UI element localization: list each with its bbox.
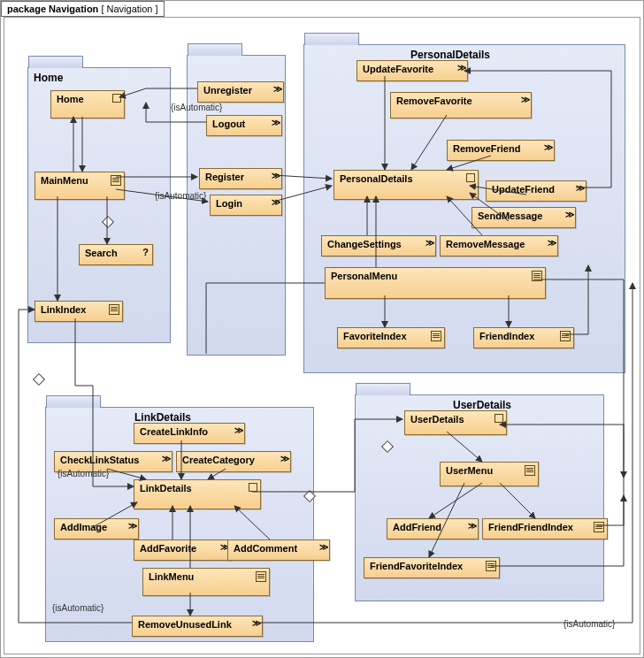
package-keyword: package: [7, 4, 46, 14]
chevron-icon: ≫: [126, 522, 135, 531]
l: CheckLinkStatus: [60, 455, 139, 465]
anno-isautomatic-5: {isAutomatic}: [564, 619, 615, 629]
l: AddComment: [234, 543, 297, 554]
node-changesettings[interactable]: ChangeSettings≫: [321, 235, 436, 256]
chevron-icon: ≫: [574, 184, 583, 193]
l: ChangeSettings: [327, 239, 402, 249]
node-search[interactable]: Search ?: [79, 244, 153, 265]
package-tab: package Navigation [ Navigation ]: [1, 1, 165, 17]
l: PersonalMenu: [331, 271, 397, 281]
l: Unregister: [203, 85, 252, 96]
node-removefavorite[interactable]: RemoveFavorite≫: [390, 92, 532, 119]
anno-isautomatic-2: {isAutomatic}: [155, 191, 206, 201]
question-icon: ?: [142, 247, 149, 257]
chevron-icon: ≫: [233, 426, 242, 435]
node-personaldetails[interactable]: PersonalDetails: [334, 170, 479, 200]
node-logout[interactable]: Logout≫: [206, 115, 282, 136]
square-icon: [466, 173, 475, 182]
l: SendMessage: [478, 210, 542, 221]
l: UpdateFriend: [492, 184, 555, 195]
node-removemessage[interactable]: RemoveMessage≫: [440, 235, 558, 256]
chevron-icon: ≫: [279, 455, 288, 463]
node-home-label: Home: [57, 94, 84, 104]
l: CreateLinkInfo: [140, 426, 208, 437]
package-bracket: [ Navigation ]: [101, 4, 157, 14]
menu-icon: [109, 304, 119, 315]
group-personal-tab: [304, 33, 359, 46]
node-personalmenu[interactable]: PersonalMenu: [325, 267, 546, 299]
node-friendindex[interactable]: FriendIndex: [473, 327, 574, 348]
chevron-icon: ≫: [456, 64, 464, 73]
diagram-canvas: package Navigation [ Navigation ] Home P…: [0, 0, 644, 658]
chevron-icon: ≫: [546, 239, 555, 248]
node-mainmenu-label: MainMenu: [41, 175, 88, 186]
l: AddFriend: [393, 522, 441, 532]
l: RemoveUnusedLink: [138, 619, 232, 630]
square-icon: [494, 414, 503, 423]
anno-isautomatic-1: {isAutomatic}: [171, 103, 222, 112]
menu-icon: [532, 271, 542, 281]
node-createlinkinfo[interactable]: CreateLinkInfo≫: [134, 423, 245, 444]
node-sendmessage[interactable]: SendMessage≫: [472, 207, 576, 228]
node-usermenu[interactable]: UserMenu: [440, 462, 539, 486]
node-addimage[interactable]: AddImage≫: [54, 518, 139, 539]
menu-icon: [560, 331, 571, 341]
chevron-icon: ≫: [160, 455, 169, 463]
menu-icon: [525, 465, 535, 476]
node-linkmenu[interactable]: LinkMenu: [142, 568, 270, 596]
chevron-icon: ≫: [318, 543, 326, 552]
node-home[interactable]: Home: [50, 90, 125, 119]
node-createcategory[interactable]: CreateCategory≫: [176, 451, 291, 472]
l: PersonalDetails: [340, 173, 413, 184]
group-personal-title: PersonalDetails: [410, 49, 490, 61]
node-favoriteindex[interactable]: FavoriteIndex: [337, 327, 445, 348]
chevron-icon: ≫: [424, 239, 433, 248]
node-unregister[interactable]: Unregister≫: [197, 81, 284, 103]
l: LinkDetails: [140, 483, 192, 494]
chevron-icon: ≫: [466, 522, 475, 531]
node-friendfavoriteindex[interactable]: FriendFavoriteIndex: [364, 557, 500, 578]
l: CreateCategory: [182, 455, 255, 465]
anno-isautomatic-3: {isAutomatic}: [58, 469, 109, 478]
chevron-icon: ≫: [218, 543, 227, 552]
node-login[interactable]: Login≫: [210, 195, 282, 216]
l: UserMenu: [446, 465, 493, 476]
node-removefriend[interactable]: RemoveFriend≫: [447, 140, 555, 161]
node-addcomment[interactable]: AddComment≫: [227, 539, 330, 561]
node-updatefavorite[interactable]: UpdateFavorite≫: [356, 60, 468, 81]
chevron-icon: ≫: [250, 619, 259, 628]
l: FriendFavoriteIndex: [370, 561, 463, 571]
node-linkindex[interactable]: LinkIndex: [34, 301, 123, 322]
l: Login: [216, 198, 242, 209]
l: FriendIndex: [479, 331, 534, 341]
chevron-icon: ≫: [270, 172, 279, 180]
menu-icon: [486, 561, 496, 571]
node-addfavorite[interactable]: AddFavorite≫: [134, 539, 231, 561]
group-linkdetails-tab: [46, 395, 101, 409]
menu-icon: [256, 571, 266, 582]
l: RemoveFavorite: [396, 96, 472, 106]
square-icon: [249, 483, 257, 492]
node-removeunusedlink[interactable]: RemoveUnusedLink≫: [132, 616, 263, 637]
node-mainmenu[interactable]: MainMenu: [34, 172, 125, 200]
node-register[interactable]: Register≫: [199, 168, 282, 189]
node-userdetails[interactable]: UserDetails: [404, 410, 507, 435]
group-userdetails-title: UserDetails: [453, 399, 511, 411]
menu-icon: [594, 522, 604, 532]
node-addfriend[interactable]: AddFriend≫: [387, 518, 479, 539]
l: AddFavorite: [140, 543, 196, 554]
group-home-title: Home: [34, 72, 63, 84]
l: LinkMenu: [149, 571, 194, 582]
chevron-icon: ≫: [542, 143, 551, 152]
l: UpdateFavorite: [363, 64, 433, 74]
node-linkdetails[interactable]: LinkDetails: [134, 479, 261, 509]
l: UserDetails: [410, 414, 464, 425]
node-updatefriend[interactable]: UpdateFriend≫: [486, 180, 586, 202]
node-search-label: Search: [85, 248, 118, 258]
l: Logout: [212, 119, 245, 129]
node-friendfriendindex[interactable]: FriendFriendIndex: [482, 518, 608, 539]
l: Register: [205, 172, 244, 182]
package-name: Navigation: [49, 4, 98, 14]
menu-icon: [431, 331, 441, 341]
l: AddImage: [60, 522, 107, 532]
